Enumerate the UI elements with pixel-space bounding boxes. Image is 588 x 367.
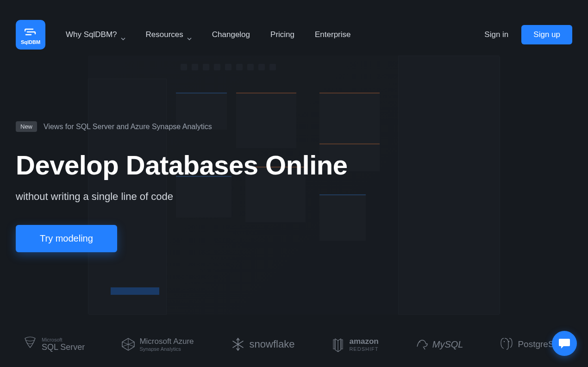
partner-snowflake: snowflake (230, 336, 295, 352)
partner-label: SQL Server (42, 342, 85, 352)
logo-text: SqlDBM (21, 39, 40, 45)
nav-label: Resources (146, 30, 183, 39)
partner-azure: Microsoft Azure Synapse Analytics (121, 337, 194, 352)
signup-button[interactable]: Sign up (521, 25, 572, 44)
auth-controls: Sign in Sign up (484, 25, 572, 44)
logo[interactable]: SqlDBM (16, 20, 45, 50)
chat-icon (558, 337, 571, 349)
main-nav: Why SqlDBM? Resources Changelog Pricing … (66, 30, 484, 39)
nav-item-pricing[interactable]: Pricing (270, 30, 294, 39)
nav-label: Enterprise (315, 30, 350, 39)
svg-rect-0 (333, 340, 335, 349)
partner-label: amazon (349, 337, 378, 346)
chat-widget-button[interactable] (552, 331, 577, 356)
partner-redshift: amazon REDSHIFT (331, 336, 378, 353)
nav-item-resources[interactable]: Resources (146, 30, 192, 39)
snowflake-icon (230, 336, 246, 352)
signin-link[interactable]: Sign in (484, 30, 508, 39)
svg-point-4 (508, 341, 509, 342)
svg-point-3 (504, 341, 505, 342)
try-modeling-button[interactable]: Try modeling (16, 225, 117, 252)
chevron-down-icon (187, 33, 192, 36)
azure-icon (121, 337, 136, 352)
hero-title: Develop Databases Online (16, 149, 347, 180)
hero-section: New Views for SQL Server and Azure Synap… (16, 121, 347, 252)
new-badge: New (16, 121, 37, 132)
partner-prefix: Microsoft (42, 337, 85, 342)
svg-point-2 (419, 342, 420, 342)
mysql-icon (415, 337, 429, 351)
svg-rect-1 (341, 340, 343, 349)
logo-icon (25, 27, 37, 37)
partner-label: Microsoft Azure (139, 337, 194, 346)
nav-label: Pricing (270, 30, 294, 39)
partner-label: snowflake (250, 338, 295, 350)
nav-item-why[interactable]: Why SqlDBM? (66, 30, 125, 39)
announcement-row[interactable]: New Views for SQL Server and Azure Synap… (16, 121, 347, 132)
nav-item-changelog[interactable]: Changelog (212, 30, 250, 39)
partner-mysql: MySQL (415, 337, 463, 351)
nav-label: Changelog (212, 30, 250, 39)
announcement-text: Views for SQL Server and Azure Synapse A… (44, 123, 212, 131)
partner-sqlserver: Microsoft SQL Server (22, 335, 85, 354)
redshift-icon (331, 336, 345, 353)
partner-logos: Microsoft SQL Server Microsoft Azure Syn… (0, 325, 588, 367)
postgresql-icon (499, 336, 514, 352)
nav-label: Why SqlDBM? (66, 30, 117, 39)
partner-sub: REDSHIFT (349, 346, 378, 352)
nav-item-enterprise[interactable]: Enterprise (315, 30, 350, 39)
partner-label: MySQL (432, 339, 463, 350)
sqlserver-icon (22, 335, 38, 354)
chevron-down-icon (121, 33, 125, 36)
partner-sub: Synapse Analytics (139, 346, 194, 352)
hero-subtitle: without writing a single line of code (16, 191, 347, 203)
